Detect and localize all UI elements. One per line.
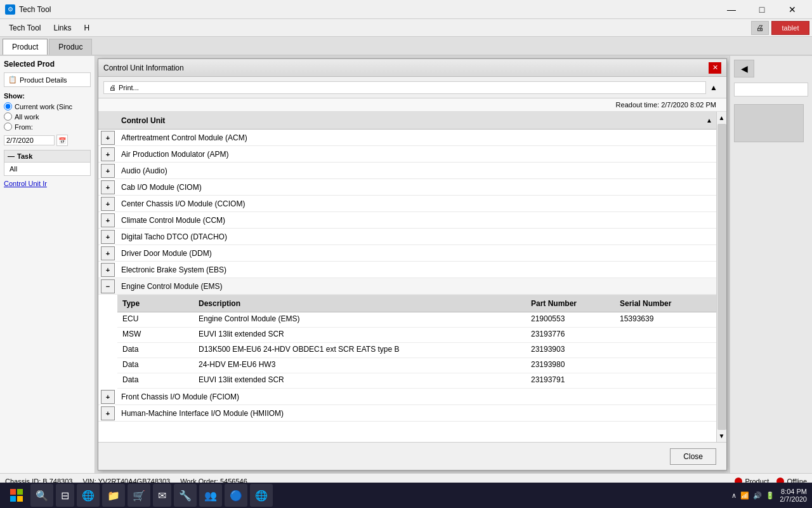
cu-row-hmiiom: + Human-Machine Interface I/O Module (HM… <box>98 405 716 422</box>
scroll-down-btn[interactable]: ▼ <box>717 431 726 441</box>
svg-rect-0 <box>10 489 16 495</box>
expand-audio[interactable]: + <box>101 164 115 178</box>
tray-battery[interactable]: 🔋 <box>766 491 775 500</box>
ems-row-3: Data 24-HDV EM-EU6 HW3 23193980 <box>117 358 716 373</box>
menu-links[interactable]: Links <box>47 21 77 35</box>
cu-name-ebs: Electronic Brake System (EBS) <box>117 264 716 276</box>
col-desc-header: Description <box>193 298 526 309</box>
taskbar-mail[interactable]: ✉ <box>153 484 171 507</box>
cu-name-ccm: Climate Control Module (CCM) <box>117 214 716 227</box>
radio-all-work[interactable]: All work <box>4 112 91 121</box>
scrollbar[interactable]: ▲ ▼ <box>716 112 726 442</box>
ems-desc-2: D13K500 EM-EU6 24-HDV OBDEC1 ext SCR EAT… <box>193 343 526 358</box>
clock-date: 2/7/2020 <box>780 495 807 503</box>
maximize-button[interactable]: □ <box>747 0 776 19</box>
toolbar-scroll-up[interactable]: ▲ <box>710 83 717 92</box>
cu-row-audio: + Audio (Audio) <box>98 163 716 179</box>
app-icon: ⚙ <box>5 4 15 15</box>
radio-from[interactable]: From: <box>4 123 91 131</box>
expand-apm[interactable]: + <box>101 147 115 161</box>
right-panel-btn-1[interactable]: ◀ <box>734 60 754 77</box>
taskbar-files[interactable]: 📁 <box>102 484 125 507</box>
expand-acm[interactable]: + <box>101 131 115 145</box>
ems-part-3: 23193980 <box>526 358 615 373</box>
taskbar-edge[interactable]: 🌐 <box>77 484 100 507</box>
calendar-button[interactable]: 📅 <box>56 135 68 146</box>
ems-part-2: 23193903 <box>526 343 615 358</box>
ems-part-4: 23193791 <box>526 373 615 388</box>
expand-ems[interactable]: − <box>101 279 115 293</box>
sidebar-section-title: Selected Prod <box>4 60 91 69</box>
product-details-button[interactable]: 📋 Product Details <box>4 72 91 87</box>
tray-network[interactable]: 📶 <box>740 491 749 500</box>
scroll-up-btn[interactable]: ▲ <box>717 113 726 123</box>
cu-row-ebs: + Electronic Brake System (EBS) <box>98 262 716 278</box>
task-header[interactable]: — Task <box>4 150 90 163</box>
expand-fciom[interactable]: + <box>101 390 115 404</box>
clock-time: 8:04 PM <box>780 488 807 495</box>
ems-part-0: 21900553 <box>526 312 615 327</box>
taskbar-taskview[interactable]: ⊟ <box>56 484 74 507</box>
toolbar-print-icon[interactable]: 🖨 <box>751 21 769 35</box>
print-label: Print... <box>119 84 139 91</box>
taskbar-extra2[interactable]: 🌐 <box>250 484 273 507</box>
control-unit-link[interactable]: Control Unit Ir <box>4 180 91 187</box>
menu-tech-tool[interactable]: Tech Tool <box>3 21 47 35</box>
search-icon: 🔍 <box>36 490 48 502</box>
product-details-label: Product Details <box>20 76 67 84</box>
system-tray: ∧ 📶 🔊 🔋 <box>731 491 775 500</box>
print-button[interactable]: 🖨 Print... <box>103 81 706 94</box>
expand-ebs[interactable]: + <box>101 263 115 277</box>
cu-row-ciom: + Cab I/O Module (CIOM) <box>98 179 716 196</box>
expand-ccm[interactable]: + <box>101 213 115 227</box>
cu-row-apm: + Air Production Modulator (APM) <box>98 146 716 163</box>
expand-ciom[interactable]: + <box>101 180 115 194</box>
ems-type-4: Data <box>117 373 193 388</box>
task-all: All <box>4 163 90 175</box>
tab-produc[interactable]: Produc <box>49 39 92 55</box>
svg-rect-3 <box>17 496 23 502</box>
date-input[interactable] <box>4 135 55 145</box>
window-close-button[interactable]: ✕ <box>778 0 807 19</box>
minimize-button[interactable]: — <box>717 0 746 19</box>
ems-serial-2 <box>615 343 716 358</box>
expand-cciom[interactable]: + <box>101 197 115 211</box>
sort-icon[interactable]: ▲ <box>702 117 716 124</box>
taskview-icon: ⊟ <box>61 490 69 502</box>
cu-name-hmiiom: Human-Machine Interface I/O Module (HMII… <box>117 407 716 420</box>
cu-name-apm: Air Production Modulator (APM) <box>117 148 716 161</box>
taskbar-extra[interactable]: 🔵 <box>225 484 247 507</box>
radio-current-work[interactable]: Current work (Sinc <box>4 102 91 110</box>
start-button[interactable] <box>5 484 28 507</box>
tab-product[interactable]: Product <box>3 39 48 55</box>
cu-name-audio: Audio (Audio) <box>117 164 716 177</box>
expand-ddm[interactable]: + <box>101 246 115 260</box>
svg-rect-2 <box>10 496 16 502</box>
scroll-thumb[interactable] <box>717 124 726 430</box>
ems-desc-1: EUVI 13lit extended SCR <box>193 328 526 342</box>
cu-row-ems: − Engine Control Module (EMS) <box>98 278 716 295</box>
svg-rect-1 <box>17 489 23 495</box>
taskbar-tools[interactable]: 🔧 <box>174 484 197 507</box>
ems-type-0: ECU <box>117 312 193 327</box>
taskbar-search[interactable]: 🔍 <box>30 484 53 507</box>
cu-row-ddm: + Driver Door Module (DDM) <box>98 245 716 262</box>
expand-dtacho[interactable]: + <box>101 230 115 244</box>
dialog-close-button[interactable]: ✕ <box>709 62 721 74</box>
menu-h[interactable]: H <box>78 21 96 35</box>
taskbar-store[interactable]: 🛒 <box>128 484 150 507</box>
taskbar-team[interactable]: 👥 <box>199 484 222 507</box>
right-panel-input[interactable] <box>734 83 808 97</box>
close-dialog-button[interactable]: Close <box>670 448 716 465</box>
extra-icon: 🔵 <box>230 490 242 502</box>
tablet-button[interactable]: tablet <box>771 21 809 35</box>
menu-bar: Tech Tool Links H 🖨 tablet <box>0 19 812 37</box>
cu-row-ccm: + Climate Control Module (CCM) <box>98 212 716 229</box>
taskbar-clock[interactable]: 8:04 PM 2/7/2020 <box>780 488 807 503</box>
expand-hmiiom[interactable]: + <box>101 406 115 420</box>
ems-serial-0: 15393639 <box>615 312 716 327</box>
cu-row-fciom: + Front Chassis I/O Module (FCIOM) <box>98 389 716 405</box>
ems-table-header: Type Description Part Number Serial Numb… <box>117 295 716 312</box>
tray-chevron[interactable]: ∧ <box>731 491 737 500</box>
tray-sound[interactable]: 🔊 <box>753 491 762 500</box>
